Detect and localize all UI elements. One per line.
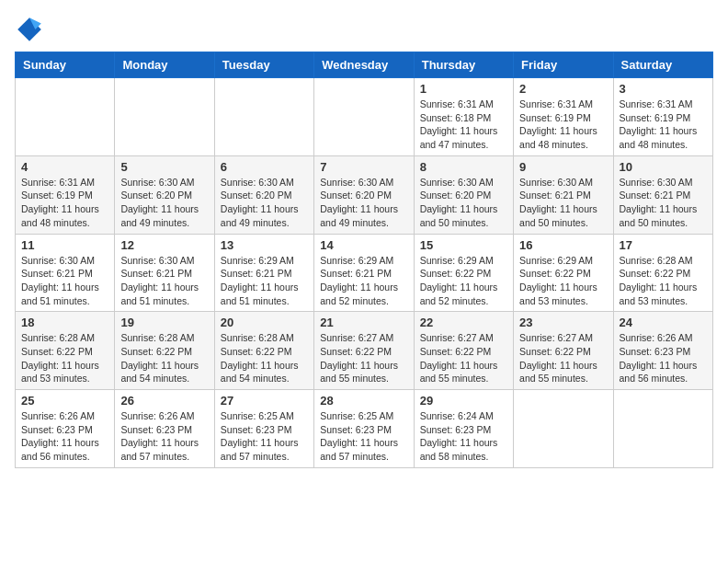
calendar-cell: 14Sunrise: 6:29 AM Sunset: 6:21 PM Dayli…: [314, 234, 414, 312]
calendar-cell: 4Sunrise: 6:31 AM Sunset: 6:19 PM Daylig…: [16, 155, 115, 234]
svg-marker-0: [17, 17, 41, 41]
day-number: 2: [519, 82, 607, 96]
col-header-monday: Monday: [115, 52, 214, 78]
day-number: 14: [320, 238, 407, 252]
day-info: Sunrise: 6:31 AM Sunset: 6:19 PM Dayligh…: [21, 176, 108, 230]
calendar-cell: 24Sunrise: 6:26 AM Sunset: 6:23 PM Dayli…: [613, 312, 712, 390]
day-info: Sunrise: 6:26 AM Sunset: 6:23 PM Dayligh…: [21, 409, 108, 464]
calendar-cell: 18Sunrise: 6:28 AM Sunset: 6:22 PM Dayli…: [16, 312, 115, 390]
day-number: 26: [120, 394, 208, 408]
calendar-cell: 29Sunrise: 6:24 AM Sunset: 6:23 PM Dayli…: [414, 390, 513, 468]
calendar-cell: 28Sunrise: 6:25 AM Sunset: 6:23 PM Dayli…: [314, 390, 414, 468]
calendar-cell: 26Sunrise: 6:26 AM Sunset: 6:23 PM Dayli…: [115, 390, 214, 468]
day-info: Sunrise: 6:28 AM Sunset: 6:22 PM Dayligh…: [221, 331, 308, 385]
calendar-cell: 12Sunrise: 6:30 AM Sunset: 6:21 PM Dayli…: [115, 234, 214, 312]
day-info: Sunrise: 6:31 AM Sunset: 6:19 PM Dayligh…: [620, 98, 707, 152]
day-number: 20: [221, 316, 308, 329]
col-header-wednesday: Wednesday: [314, 52, 414, 78]
calendar-cell: [613, 390, 712, 468]
calendar-cell: [314, 78, 414, 156]
day-info: Sunrise: 6:31 AM Sunset: 6:18 PM Dayligh…: [420, 98, 507, 152]
calendar-cell: 23Sunrise: 6:27 AM Sunset: 6:22 PM Dayli…: [514, 312, 613, 390]
logo: [15, 15, 48, 44]
calendar-cell: [214, 78, 313, 156]
calendar-cell: 20Sunrise: 6:28 AM Sunset: 6:22 PM Dayli…: [214, 312, 313, 390]
calendar-cell: 2Sunrise: 6:31 AM Sunset: 6:19 PM Daylig…: [514, 78, 613, 156]
calendar-week-2: 11Sunrise: 6:30 AM Sunset: 6:21 PM Dayli…: [16, 234, 713, 312]
day-info: Sunrise: 6:30 AM Sunset: 6:21 PM Dayligh…: [620, 176, 707, 230]
calendar-cell: 1Sunrise: 6:31 AM Sunset: 6:18 PM Daylig…: [414, 78, 513, 156]
calendar-week-1: 4Sunrise: 6:31 AM Sunset: 6:19 PM Daylig…: [16, 155, 713, 234]
calendar-header-row: SundayMondayTuesdayWednesdayThursdayFrid…: [16, 52, 713, 78]
day-info: Sunrise: 6:30 AM Sunset: 6:20 PM Dayligh…: [320, 176, 407, 230]
calendar-cell: [115, 78, 214, 156]
day-info: Sunrise: 6:30 AM Sunset: 6:20 PM Dayligh…: [221, 176, 308, 230]
day-number: 5: [120, 160, 208, 174]
day-number: 1: [420, 82, 507, 96]
day-info: Sunrise: 6:30 AM Sunset: 6:20 PM Dayligh…: [420, 176, 507, 230]
calendar-cell: 27Sunrise: 6:25 AM Sunset: 6:23 PM Dayli…: [214, 390, 313, 468]
day-number: 4: [21, 160, 108, 174]
calendar-cell: 25Sunrise: 6:26 AM Sunset: 6:23 PM Dayli…: [16, 390, 115, 468]
calendar-cell: 22Sunrise: 6:27 AM Sunset: 6:22 PM Dayli…: [414, 312, 513, 390]
day-number: 22: [420, 316, 507, 329]
calendar-cell: 11Sunrise: 6:30 AM Sunset: 6:21 PM Dayli…: [16, 234, 115, 312]
calendar-cell: 16Sunrise: 6:29 AM Sunset: 6:22 PM Dayli…: [514, 234, 613, 312]
calendar-week-4: 25Sunrise: 6:26 AM Sunset: 6:23 PM Dayli…: [16, 390, 713, 468]
day-info: Sunrise: 6:30 AM Sunset: 6:21 PM Dayligh…: [120, 254, 208, 308]
calendar-cell: 19Sunrise: 6:28 AM Sunset: 6:22 PM Dayli…: [115, 312, 214, 390]
day-number: 23: [519, 316, 607, 329]
day-number: 24: [620, 316, 707, 329]
calendar-cell: [514, 390, 613, 468]
day-info: Sunrise: 6:31 AM Sunset: 6:19 PM Dayligh…: [519, 98, 607, 152]
day-info: Sunrise: 6:27 AM Sunset: 6:22 PM Dayligh…: [320, 331, 407, 385]
calendar-cell: 17Sunrise: 6:28 AM Sunset: 6:22 PM Dayli…: [613, 234, 712, 312]
day-number: 11: [21, 238, 108, 252]
day-info: Sunrise: 6:29 AM Sunset: 6:21 PM Dayligh…: [221, 254, 308, 308]
calendar-cell: 8Sunrise: 6:30 AM Sunset: 6:20 PM Daylig…: [414, 155, 513, 234]
col-header-saturday: Saturday: [613, 52, 712, 78]
day-info: Sunrise: 6:30 AM Sunset: 6:21 PM Dayligh…: [21, 254, 108, 308]
day-number: 10: [620, 160, 707, 174]
day-info: Sunrise: 6:25 AM Sunset: 6:23 PM Dayligh…: [320, 409, 407, 464]
calendar-cell: [16, 78, 115, 156]
day-number: 6: [221, 160, 308, 174]
calendar-cell: 6Sunrise: 6:30 AM Sunset: 6:20 PM Daylig…: [214, 155, 313, 234]
day-info: Sunrise: 6:25 AM Sunset: 6:23 PM Dayligh…: [221, 409, 308, 464]
day-number: 3: [620, 82, 707, 96]
day-number: 27: [221, 394, 308, 408]
calendar-cell: 7Sunrise: 6:30 AM Sunset: 6:20 PM Daylig…: [314, 155, 414, 234]
day-number: 28: [320, 394, 407, 408]
day-info: Sunrise: 6:28 AM Sunset: 6:22 PM Dayligh…: [21, 331, 108, 385]
calendar-cell: 3Sunrise: 6:31 AM Sunset: 6:19 PM Daylig…: [613, 78, 712, 156]
calendar-week-0: 1Sunrise: 6:31 AM Sunset: 6:18 PM Daylig…: [16, 78, 713, 156]
day-info: Sunrise: 6:28 AM Sunset: 6:22 PM Dayligh…: [620, 254, 707, 308]
calendar-cell: 13Sunrise: 6:29 AM Sunset: 6:21 PM Dayli…: [214, 234, 313, 312]
day-number: 7: [320, 160, 407, 174]
day-number: 16: [519, 238, 607, 252]
day-number: 9: [519, 160, 607, 174]
day-number: 13: [221, 238, 308, 252]
calendar-table: SundayMondayTuesdayWednesdayThursdayFrid…: [15, 52, 713, 468]
day-info: Sunrise: 6:27 AM Sunset: 6:22 PM Dayligh…: [420, 331, 507, 385]
day-info: Sunrise: 6:28 AM Sunset: 6:22 PM Dayligh…: [120, 331, 208, 385]
day-info: Sunrise: 6:27 AM Sunset: 6:22 PM Dayligh…: [519, 331, 607, 385]
day-info: Sunrise: 6:26 AM Sunset: 6:23 PM Dayligh…: [620, 331, 707, 385]
day-info: Sunrise: 6:29 AM Sunset: 6:22 PM Dayligh…: [420, 254, 507, 308]
day-info: Sunrise: 6:29 AM Sunset: 6:22 PM Dayligh…: [519, 254, 607, 308]
calendar-cell: 21Sunrise: 6:27 AM Sunset: 6:22 PM Dayli…: [314, 312, 414, 390]
calendar-week-3: 18Sunrise: 6:28 AM Sunset: 6:22 PM Dayli…: [16, 312, 713, 390]
day-number: 29: [420, 394, 507, 408]
logo-icon: [15, 15, 44, 44]
col-header-tuesday: Tuesday: [214, 52, 313, 78]
day-number: 25: [21, 394, 108, 408]
day-number: 19: [120, 316, 208, 329]
col-header-thursday: Thursday: [414, 52, 513, 78]
calendar-cell: 10Sunrise: 6:30 AM Sunset: 6:21 PM Dayli…: [613, 155, 712, 234]
day-number: 15: [420, 238, 507, 252]
day-number: 12: [120, 238, 208, 252]
day-info: Sunrise: 6:29 AM Sunset: 6:21 PM Dayligh…: [320, 254, 407, 308]
day-info: Sunrise: 6:30 AM Sunset: 6:21 PM Dayligh…: [519, 176, 607, 230]
day-info: Sunrise: 6:26 AM Sunset: 6:23 PM Dayligh…: [120, 409, 208, 464]
day-info: Sunrise: 6:30 AM Sunset: 6:20 PM Dayligh…: [120, 176, 208, 230]
